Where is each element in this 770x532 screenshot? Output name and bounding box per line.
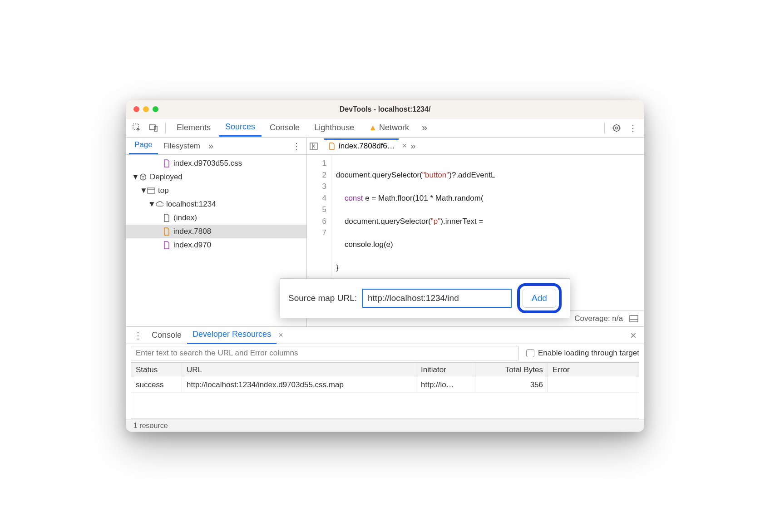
tree-item-css[interactable]: index.d9703d55.css [126, 157, 306, 170]
popup-label: Source map URL: [288, 293, 357, 303]
file-js-icon [163, 227, 171, 236]
col-status[interactable]: Status [131, 363, 182, 377]
tab-lighthouse[interactable]: Lighthouse [308, 120, 360, 135]
editor-tabs-overflow-icon[interactable]: » [410, 141, 415, 151]
line-number: 4 [307, 192, 326, 204]
window-title: DevTools - localhost:1234/ [126, 105, 644, 113]
tree-item-label: localhost:1234 [166, 200, 216, 209]
tree-item-top[interactable]: ▼ top [126, 184, 306, 197]
tabs-overflow-icon[interactable]: » [417, 121, 432, 135]
svg-rect-9 [630, 315, 638, 322]
cell-status: success [131, 377, 182, 392]
toolbar-separator [165, 123, 166, 133]
line-number: 5 [307, 204, 326, 216]
cloud-icon [155, 200, 163, 208]
toggle-sidebar-icon[interactable] [310, 143, 321, 150]
table-row[interactable]: success http://localhost:1234/index.d970… [131, 377, 639, 393]
cube-icon [139, 173, 147, 181]
drawer-tabs: ⋮ Console Developer Resources × × [126, 327, 644, 344]
close-drawer-tab-icon[interactable]: × [278, 330, 283, 340]
tab-elements[interactable]: Elements [170, 120, 217, 135]
tree-item-label: index.7808 [173, 227, 211, 236]
tree-item-label: top [158, 186, 169, 195]
close-tab-icon[interactable]: × [402, 141, 407, 151]
line-number: 7 [307, 227, 326, 239]
tree-item-index[interactable]: (index) [126, 211, 306, 225]
add-button[interactable]: Add [523, 289, 556, 308]
cell-error [548, 377, 639, 392]
file-js-icon [328, 142, 336, 150]
enable-loading-checkbox[interactable]: Enable loading through target [526, 349, 639, 358]
line-number: 6 [307, 216, 326, 227]
line-number: 2 [307, 169, 326, 181]
editor-tab-open[interactable]: index.7808df6… [324, 138, 399, 153]
coverage-label: Coverage: n/a [574, 314, 623, 323]
tree-item-label: (index) [173, 213, 197, 222]
device-toggle-icon[interactable] [146, 121, 161, 135]
resources-table: Status URL Initiator Total Bytes Error s… [131, 362, 639, 419]
titlebar: DevTools - localhost:1234/ [126, 100, 644, 118]
tree-item-js-selected[interactable]: index.7808 [126, 225, 306, 238]
svg-point-4 [616, 127, 618, 129]
tree-item-label: Deployed [150, 172, 183, 182]
search-input[interactable] [131, 346, 519, 360]
settings-icon[interactable] [609, 121, 624, 135]
drawer-tab-devres[interactable]: Developer Resources [187, 327, 276, 344]
left-tabs-overflow-icon[interactable]: » [206, 141, 216, 151]
line-number: 1 [307, 158, 326, 169]
show-coverage-icon[interactable] [629, 315, 638, 322]
frame-icon [147, 187, 155, 195]
col-initiator[interactable]: Initiator [416, 363, 475, 377]
toolbar-separator [604, 123, 605, 133]
source-map-url-input[interactable] [362, 289, 512, 308]
left-kebab-icon[interactable]: ⋮ [289, 141, 304, 152]
chevron-down-icon: ▼ [132, 172, 136, 182]
checkbox-label: Enable loading through target [538, 349, 639, 358]
tree-item-css2[interactable]: index.d970 [126, 238, 306, 252]
file-css-icon [163, 159, 171, 167]
add-highlight: Add [517, 283, 562, 313]
left-tabs: Page Filesystem » ⋮ [126, 138, 306, 155]
tree-item-label: index.d970 [173, 241, 211, 250]
cell-initiator: http://lo… [416, 377, 475, 392]
tree-item-host[interactable]: ▼ localhost:1234 [126, 197, 306, 211]
inspect-element-icon[interactable] [130, 121, 144, 135]
col-error[interactable]: Error [548, 363, 639, 377]
file-icon [163, 214, 171, 222]
tab-sources[interactable]: Sources [219, 119, 262, 137]
editor-tab-label: index.7808df6… [339, 142, 395, 151]
left-tab-page[interactable]: Page [129, 138, 158, 154]
tree-item-deployed[interactable]: ▼ Deployed [126, 170, 306, 184]
tree-item-label: index.d9703d55.css [173, 159, 242, 168]
svg-rect-2 [154, 126, 157, 131]
tab-console[interactable]: Console [263, 120, 306, 135]
cell-url: http://localhost:1234/index.d9703d55.css… [182, 377, 416, 392]
checkbox-icon [526, 349, 534, 357]
col-url[interactable]: URL [182, 363, 416, 377]
main-toolbar: Elements Sources Console Lighthouse ▲ Ne… [126, 118, 644, 138]
tab-network-label: Network [379, 123, 409, 132]
devtools-window: DevTools - localhost:1234/ Elements Sour… [126, 100, 644, 432]
chevron-down-icon: ▼ [140, 186, 144, 195]
drawer-kebab-icon[interactable]: ⋮ [130, 330, 146, 341]
svg-rect-5 [148, 188, 155, 193]
drawer-footer: 1 resource [126, 419, 644, 432]
col-total-bytes[interactable]: Total Bytes [475, 363, 548, 377]
drawer-tab-console[interactable]: Console [146, 328, 187, 343]
warning-icon: ▲ [369, 123, 377, 132]
editor-tabs: index.7808df6… × » [307, 138, 644, 155]
left-tab-filesystem[interactable]: Filesystem [158, 139, 206, 153]
close-drawer-icon[interactable]: × [627, 329, 640, 342]
chevron-down-icon: ▼ [148, 200, 153, 209]
drawer: ⋮ Console Developer Resources × × Enable… [126, 326, 644, 432]
drawer-search-row: Enable loading through target [126, 344, 644, 362]
file-css-icon [163, 241, 171, 249]
svg-rect-7 [310, 143, 317, 149]
tab-network[interactable]: ▲ Network [362, 120, 415, 135]
table-header: Status URL Initiator Total Bytes Error [131, 363, 639, 377]
cell-bytes: 356 [475, 377, 548, 392]
line-number: 3 [307, 181, 326, 192]
kebab-menu-icon[interactable]: ⋮ [626, 121, 640, 135]
source-map-popup: Source map URL: Add [280, 278, 570, 318]
